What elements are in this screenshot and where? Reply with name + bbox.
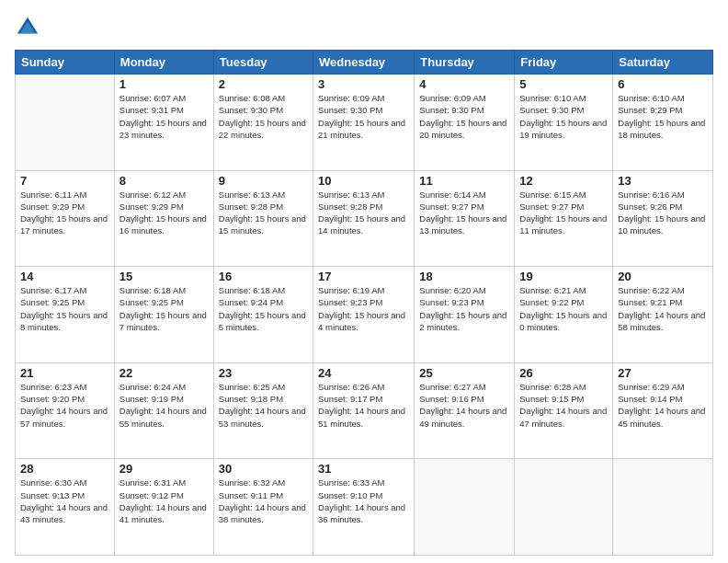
day-number: 28 (20, 462, 109, 476)
table-row (415, 459, 515, 556)
table-row: 17Sunrise: 6:19 AMSunset: 9:23 PMDayligh… (313, 267, 415, 363)
day-number: 30 (219, 462, 308, 476)
col-tuesday: Tuesday (213, 51, 313, 75)
day-info: Sunrise: 6:14 AMSunset: 9:27 PMDaylight:… (419, 189, 509, 237)
day-info: Sunrise: 6:15 AMSunset: 9:27 PMDaylight:… (519, 189, 608, 237)
table-row: 12Sunrise: 6:15 AMSunset: 9:27 PMDayligh… (515, 170, 613, 267)
table-row: 11Sunrise: 6:14 AMSunset: 9:27 PMDayligh… (415, 170, 515, 267)
day-info: Sunrise: 6:19 AMSunset: 9:23 PMDaylight:… (318, 284, 409, 333)
col-sunday: Sunday (16, 51, 115, 75)
logo-icon (15, 15, 40, 40)
table-row: 30Sunrise: 6:32 AMSunset: 9:11 PMDayligh… (213, 459, 313, 556)
table-row: 8Sunrise: 6:12 AMSunset: 9:29 PMDaylight… (114, 170, 213, 267)
day-number: 5 (519, 77, 608, 91)
day-info: Sunrise: 6:33 AMSunset: 9:10 PMDaylight:… (318, 477, 409, 525)
day-number: 11 (419, 174, 509, 188)
day-number: 19 (519, 270, 608, 283)
day-info: Sunrise: 6:31 AMSunset: 9:12 PMDaylight:… (119, 477, 209, 525)
calendar-week-row: 14Sunrise: 6:17 AMSunset: 9:25 PMDayligh… (16, 267, 713, 363)
table-row: 31Sunrise: 6:33 AMSunset: 9:10 PMDayligh… (313, 459, 415, 556)
table-row: 18Sunrise: 6:20 AMSunset: 9:23 PMDayligh… (415, 267, 515, 363)
day-info: Sunrise: 6:09 AMSunset: 9:30 PMDaylight:… (318, 92, 409, 141)
day-info: Sunrise: 6:29 AMSunset: 9:14 PMDaylight:… (618, 381, 708, 430)
day-number: 8 (119, 174, 209, 188)
day-info: Sunrise: 6:10 AMSunset: 9:30 PMDaylight:… (519, 92, 608, 141)
day-number: 27 (618, 366, 708, 380)
day-number: 20 (618, 270, 708, 283)
day-number: 3 (318, 77, 409, 91)
table-row: 26Sunrise: 6:28 AMSunset: 9:15 PMDayligh… (515, 362, 613, 459)
table-row: 20Sunrise: 6:22 AMSunset: 9:21 PMDayligh… (613, 267, 713, 363)
table-row: 14Sunrise: 6:17 AMSunset: 9:25 PMDayligh… (16, 267, 115, 363)
day-number: 9 (219, 174, 308, 188)
table-row: 22Sunrise: 6:24 AMSunset: 9:19 PMDayligh… (114, 362, 213, 459)
table-row: 2Sunrise: 6:08 AMSunset: 9:30 PMDaylight… (213, 75, 313, 171)
col-wednesday: Wednesday (313, 51, 415, 75)
day-number: 29 (119, 462, 209, 476)
day-info: Sunrise: 6:28 AMSunset: 9:15 PMDaylight:… (519, 381, 608, 430)
page: Sunday Monday Tuesday Wednesday Thursday… (0, 0, 728, 563)
day-number: 25 (419, 366, 509, 380)
day-number: 23 (219, 366, 308, 380)
table-row: 21Sunrise: 6:23 AMSunset: 9:20 PMDayligh… (16, 362, 115, 459)
day-number: 17 (318, 270, 409, 283)
table-row: 9Sunrise: 6:13 AMSunset: 9:28 PMDaylight… (213, 170, 313, 267)
table-row: 23Sunrise: 6:25 AMSunset: 9:18 PMDayligh… (213, 362, 313, 459)
table-row: 19Sunrise: 6:21 AMSunset: 9:22 PMDayligh… (515, 267, 613, 363)
day-number: 12 (519, 174, 608, 188)
day-info: Sunrise: 6:09 AMSunset: 9:30 PMDaylight:… (419, 92, 509, 141)
day-info: Sunrise: 6:11 AMSunset: 9:29 PMDaylight:… (20, 189, 109, 237)
day-number: 6 (618, 77, 708, 91)
table-row (613, 459, 713, 556)
calendar-week-row: 1Sunrise: 6:07 AMSunset: 9:31 PMDaylight… (16, 75, 713, 171)
day-info: Sunrise: 6:18 AMSunset: 9:24 PMDaylight:… (219, 284, 308, 333)
day-number: 18 (419, 270, 509, 283)
day-number: 7 (20, 174, 109, 188)
table-row: 25Sunrise: 6:27 AMSunset: 9:16 PMDayligh… (415, 362, 515, 459)
table-row: 16Sunrise: 6:18 AMSunset: 9:24 PMDayligh… (213, 267, 313, 363)
day-number: 14 (20, 270, 109, 283)
day-info: Sunrise: 6:20 AMSunset: 9:23 PMDaylight:… (419, 284, 509, 333)
day-number: 21 (20, 366, 109, 380)
calendar-week-row: 21Sunrise: 6:23 AMSunset: 9:20 PMDayligh… (16, 362, 713, 459)
table-row: 13Sunrise: 6:16 AMSunset: 9:26 PMDayligh… (613, 170, 713, 267)
calendar-week-row: 7Sunrise: 6:11 AMSunset: 9:29 PMDaylight… (16, 170, 713, 267)
day-number: 31 (318, 462, 409, 476)
table-row: 7Sunrise: 6:11 AMSunset: 9:29 PMDaylight… (16, 170, 115, 267)
table-row (16, 75, 115, 171)
day-info: Sunrise: 6:30 AMSunset: 9:13 PMDaylight:… (20, 477, 109, 525)
table-row: 24Sunrise: 6:26 AMSunset: 9:17 PMDayligh… (313, 362, 415, 459)
table-row: 27Sunrise: 6:29 AMSunset: 9:14 PMDayligh… (613, 362, 713, 459)
day-info: Sunrise: 6:22 AMSunset: 9:21 PMDaylight:… (618, 284, 708, 333)
day-info: Sunrise: 6:13 AMSunset: 9:28 PMDaylight:… (219, 189, 308, 237)
day-info: Sunrise: 6:27 AMSunset: 9:16 PMDaylight:… (419, 381, 509, 430)
calendar-header-row: Sunday Monday Tuesday Wednesday Thursday… (16, 51, 713, 75)
day-info: Sunrise: 6:13 AMSunset: 9:28 PMDaylight:… (318, 189, 409, 237)
header (15, 15, 713, 40)
table-row: 3Sunrise: 6:09 AMSunset: 9:30 PMDaylight… (313, 75, 415, 171)
day-info: Sunrise: 6:23 AMSunset: 9:20 PMDaylight:… (20, 381, 109, 430)
day-info: Sunrise: 6:10 AMSunset: 9:29 PMDaylight:… (618, 92, 708, 141)
day-number: 4 (419, 77, 509, 91)
day-number: 24 (318, 366, 409, 380)
day-info: Sunrise: 6:21 AMSunset: 9:22 PMDaylight:… (519, 284, 608, 333)
day-number: 16 (219, 270, 308, 283)
day-number: 2 (219, 77, 308, 91)
day-info: Sunrise: 6:18 AMSunset: 9:25 PMDaylight:… (119, 284, 209, 333)
day-info: Sunrise: 6:16 AMSunset: 9:26 PMDaylight:… (618, 189, 708, 237)
day-info: Sunrise: 6:12 AMSunset: 9:29 PMDaylight:… (119, 189, 209, 237)
day-number: 1 (119, 77, 209, 91)
day-number: 26 (519, 366, 608, 380)
day-info: Sunrise: 6:32 AMSunset: 9:11 PMDaylight:… (219, 477, 308, 525)
day-number: 13 (618, 174, 708, 188)
table-row: 29Sunrise: 6:31 AMSunset: 9:12 PMDayligh… (114, 459, 213, 556)
day-info: Sunrise: 6:24 AMSunset: 9:19 PMDaylight:… (119, 381, 209, 430)
day-info: Sunrise: 6:17 AMSunset: 9:25 PMDaylight:… (20, 284, 109, 333)
col-thursday: Thursday (415, 51, 515, 75)
table-row: 4Sunrise: 6:09 AMSunset: 9:30 PMDaylight… (415, 75, 515, 171)
calendar-week-row: 28Sunrise: 6:30 AMSunset: 9:13 PMDayligh… (16, 459, 713, 556)
day-number: 10 (318, 174, 409, 188)
col-friday: Friday (515, 51, 613, 75)
day-info: Sunrise: 6:07 AMSunset: 9:31 PMDaylight:… (119, 92, 209, 141)
table-row: 5Sunrise: 6:10 AMSunset: 9:30 PMDaylight… (515, 75, 613, 171)
